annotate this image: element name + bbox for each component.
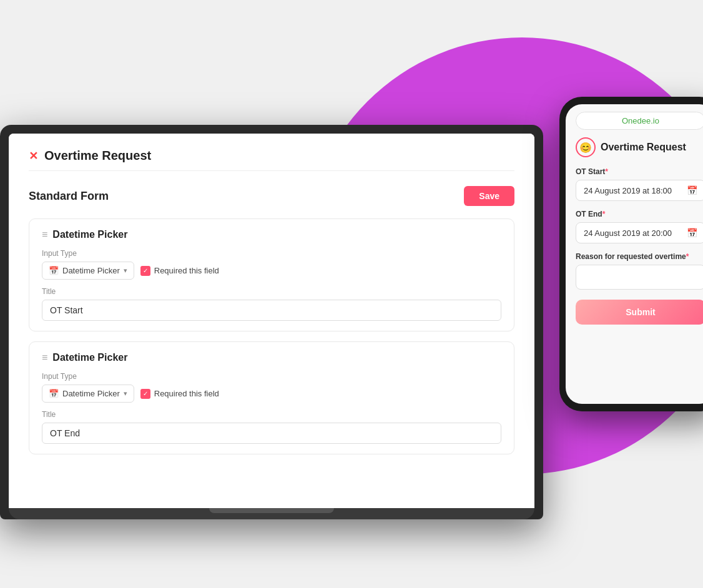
- card-title-2: Datetime Picker: [52, 352, 127, 363]
- phone-app-header: 😊 Overtime Request: [576, 137, 703, 157]
- laptop-screen: ✕ Overtime Request Standard Form Save ≡ …: [0, 125, 543, 519]
- form-area: ✕ Overtime Request Standard Form Save ≡ …: [9, 134, 534, 479]
- phone-content: 😊 Overtime Request OT Start* 24 August 2…: [566, 137, 703, 337]
- phone-url-bar: Onedee.io: [576, 112, 703, 130]
- phone-ot-start-value: 24 August 2019 at 18:00: [584, 186, 672, 195]
- required-label-2: Required this field: [154, 389, 219, 398]
- laptop-mockup: ✕ Overtime Request Standard Form Save ≡ …: [0, 125, 543, 519]
- section-title: Standard Form: [29, 190, 109, 203]
- phone-ot-end-input[interactable]: 24 August 2019 at 20:00 📅: [576, 222, 703, 243]
- card-header-2: ≡ Datetime Picker: [42, 352, 501, 363]
- phone-ot-start-label: OT Start*: [576, 167, 703, 176]
- page-title: Overtime Request: [44, 149, 151, 163]
- phone-reason-label: Reason for requested overtime*: [576, 252, 703, 261]
- checkbox-checked-1: ✓: [140, 266, 150, 276]
- required-checkbox-1[interactable]: ✓ Required this field: [140, 266, 219, 276]
- field-card-1: ≡ Datetime Picker Input Type 📅 Datetime …: [29, 218, 514, 331]
- phone-submit-button[interactable]: Submit: [576, 300, 703, 325]
- phone-ot-end-calendar-icon: 📅: [687, 228, 697, 238]
- card-header-1: ≡ Datetime Picker: [42, 229, 501, 240]
- phone-ot-start-calendar-icon: 📅: [687, 185, 697, 195]
- close-icon[interactable]: ✕: [29, 149, 38, 163]
- card-title-1: Datetime Picker: [52, 229, 127, 240]
- save-button[interactable]: Save: [464, 186, 514, 206]
- calendar-icon-1: 📅: [49, 266, 59, 275]
- input-type-value-1: Datetime Picker: [62, 266, 120, 275]
- phone-reason-input[interactable]: [576, 265, 703, 290]
- laptop-content: ✕ Overtime Request Standard Form Save ≡ …: [9, 134, 534, 508]
- title-label-1: Title: [42, 287, 501, 296]
- phone-screen: Onedee.io 😊 Overtime Request OT Start* 2…: [566, 104, 703, 404]
- phone-ot-end-label: OT End*: [576, 210, 703, 218]
- page-header: ✕ Overtime Request: [29, 149, 514, 171]
- field-card-2: ≡ Datetime Picker Input Type 📅 Datetime …: [29, 341, 514, 454]
- phone-mockup: Onedee.io 😊 Overtime Request OT Start* 2…: [559, 97, 703, 411]
- phone-outer: Onedee.io 😊 Overtime Request OT Start* 2…: [559, 97, 703, 411]
- section-header: Standard Form Save: [29, 186, 514, 206]
- input-type-label-2: Input Type: [42, 372, 501, 381]
- field-row-1: 📅 Datetime Picker ▾ ✓ Required this fiel…: [42, 262, 501, 280]
- checkbox-checked-2: ✓: [140, 389, 150, 399]
- chevron-icon-1: ▾: [124, 267, 127, 275]
- drag-icon-2: ≡: [42, 352, 47, 363]
- input-type-select-2[interactable]: 📅 Datetime Picker ▾: [42, 385, 134, 403]
- phone-ot-end-value: 24 August 2019 at 20:00: [584, 228, 672, 238]
- title-input-1[interactable]: [42, 300, 501, 321]
- input-type-label-1: Input Type: [42, 249, 501, 258]
- calendar-icon-2: 📅: [49, 389, 59, 398]
- input-type-select-1[interactable]: 📅 Datetime Picker ▾: [42, 262, 134, 280]
- drag-icon-1: ≡: [42, 229, 47, 240]
- field-row-2: 📅 Datetime Picker ▾ ✓ Required this fiel…: [42, 385, 501, 403]
- phone-form-title: Overtime Request: [601, 142, 686, 153]
- input-type-value-2: Datetime Picker: [62, 389, 120, 398]
- phone-ot-start-input[interactable]: 24 August 2019 at 18:00 📅: [576, 180, 703, 201]
- title-input-2[interactable]: [42, 423, 501, 444]
- chevron-icon-2: ▾: [124, 390, 127, 398]
- title-label-2: Title: [42, 410, 501, 419]
- app-icon: 😊: [576, 137, 596, 157]
- required-label-1: Required this field: [154, 266, 219, 275]
- laptop-base: [9, 508, 534, 519]
- required-checkbox-2[interactable]: ✓ Required this field: [140, 389, 219, 399]
